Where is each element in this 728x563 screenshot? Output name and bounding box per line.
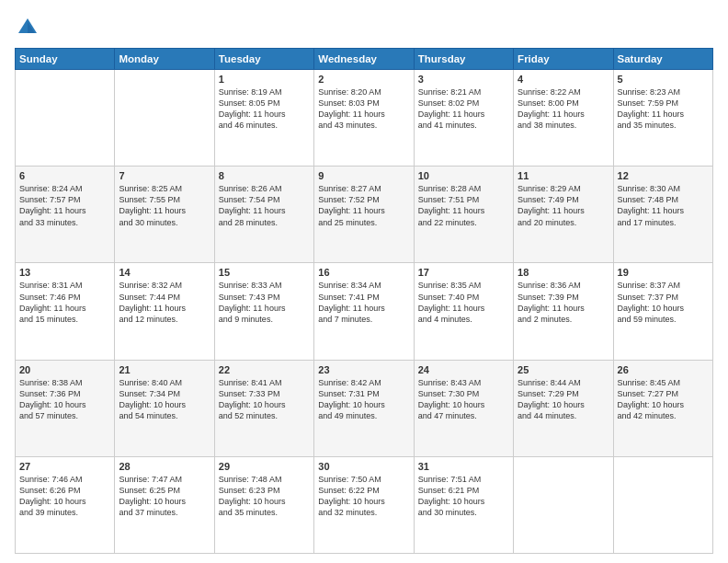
day-content: Sunrise: 8:20 AM Sunset: 8:03 PM Dayligh…	[318, 86, 409, 132]
calendar-week-3: 13Sunrise: 8:31 AM Sunset: 7:46 PM Dayli…	[16, 263, 713, 360]
day-content: Sunrise: 8:36 AM Sunset: 7:39 PM Dayligh…	[518, 280, 609, 325]
calendar-cell: 21Sunrise: 8:40 AM Sunset: 7:34 PM Dayli…	[115, 360, 214, 456]
calendar-cell: 11Sunrise: 8:29 AM Sunset: 7:49 PM Dayli…	[514, 167, 613, 263]
calendar-table: SundayMondayTuesdayWednesdayThursdayFrid…	[15, 48, 713, 554]
calendar-cell: 3Sunrise: 8:21 AM Sunset: 8:02 PM Daylig…	[414, 70, 513, 167]
day-content: Sunrise: 8:23 AM Sunset: 7:59 PM Dayligh…	[618, 86, 709, 132]
day-number: 24	[418, 364, 509, 375]
calendar-week-1: 1Sunrise: 8:19 AM Sunset: 8:05 PM Daylig…	[16, 70, 713, 167]
day-number: 11	[518, 170, 609, 181]
calendar-cell: 9Sunrise: 8:27 AM Sunset: 7:52 PM Daylig…	[314, 167, 414, 263]
calendar-cell: 28Sunrise: 7:47 AM Sunset: 6:25 PM Dayli…	[115, 456, 214, 553]
day-number: 17	[418, 267, 509, 278]
day-number: 31	[418, 461, 509, 472]
day-content: Sunrise: 8:32 AM Sunset: 7:44 PM Dayligh…	[119, 280, 210, 325]
day-content: Sunrise: 8:19 AM Sunset: 8:05 PM Dayligh…	[219, 86, 310, 132]
day-number: 1	[219, 74, 310, 85]
day-content: Sunrise: 8:25 AM Sunset: 7:55 PM Dayligh…	[119, 183, 210, 228]
calendar-cell: 25Sunrise: 8:44 AM Sunset: 7:29 PM Dayli…	[514, 360, 613, 456]
calendar-cell	[613, 456, 712, 553]
calendar-cell: 22Sunrise: 8:41 AM Sunset: 7:33 PM Dayli…	[214, 360, 313, 456]
day-content: Sunrise: 7:50 AM Sunset: 6:22 PM Dayligh…	[318, 474, 409, 519]
calendar-dow-saturday: Saturday	[613, 49, 712, 70]
day-content: Sunrise: 8:37 AM Sunset: 7:37 PM Dayligh…	[618, 280, 709, 325]
calendar-week-5: 27Sunrise: 7:46 AM Sunset: 6:26 PM Dayli…	[16, 456, 713, 553]
day-number: 12	[618, 170, 709, 181]
calendar-cell: 8Sunrise: 8:26 AM Sunset: 7:54 PM Daylig…	[214, 167, 313, 263]
day-number: 30	[318, 461, 409, 472]
day-content: Sunrise: 7:47 AM Sunset: 6:25 PM Dayligh…	[119, 474, 210, 519]
day-content: Sunrise: 8:45 AM Sunset: 7:27 PM Dayligh…	[618, 377, 709, 422]
day-number: 29	[219, 461, 310, 472]
calendar-cell: 1Sunrise: 8:19 AM Sunset: 8:05 PM Daylig…	[214, 70, 313, 167]
day-content: Sunrise: 8:43 AM Sunset: 7:30 PM Dayligh…	[418, 377, 509, 422]
day-number: 15	[219, 267, 310, 278]
calendar-cell: 12Sunrise: 8:30 AM Sunset: 7:48 PM Dayli…	[613, 167, 712, 263]
calendar-week-4: 20Sunrise: 8:38 AM Sunset: 7:36 PM Dayli…	[16, 360, 713, 456]
calendar-cell: 26Sunrise: 8:45 AM Sunset: 7:27 PM Dayli…	[613, 360, 712, 456]
calendar-cell: 30Sunrise: 7:50 AM Sunset: 6:22 PM Dayli…	[314, 456, 414, 553]
day-content: Sunrise: 8:21 AM Sunset: 8:02 PM Dayligh…	[418, 86, 509, 132]
calendar-cell: 16Sunrise: 8:34 AM Sunset: 7:41 PM Dayli…	[314, 263, 414, 360]
calendar-dow-thursday: Thursday	[414, 49, 513, 70]
day-content: Sunrise: 8:38 AM Sunset: 7:36 PM Dayligh…	[19, 377, 110, 422]
day-number: 27	[19, 461, 110, 472]
day-number: 13	[19, 267, 110, 278]
calendar-cell: 17Sunrise: 8:35 AM Sunset: 7:40 PM Dayli…	[414, 263, 513, 360]
calendar-dow-monday: Monday	[115, 49, 214, 70]
day-number: 22	[219, 364, 310, 375]
day-number: 6	[19, 170, 110, 181]
day-number: 25	[518, 364, 609, 375]
day-number: 23	[318, 364, 409, 375]
calendar-cell: 2Sunrise: 8:20 AM Sunset: 8:03 PM Daylig…	[314, 70, 414, 167]
calendar-dow-tuesday: Tuesday	[214, 49, 313, 70]
day-number: 10	[418, 170, 509, 181]
day-content: Sunrise: 7:46 AM Sunset: 6:26 PM Dayligh…	[19, 474, 110, 519]
calendar-cell: 7Sunrise: 8:25 AM Sunset: 7:55 PM Daylig…	[115, 167, 214, 263]
day-number: 21	[119, 364, 210, 375]
calendar-cell: 29Sunrise: 7:48 AM Sunset: 6:23 PM Dayli…	[214, 456, 313, 553]
calendar-cell: 10Sunrise: 8:28 AM Sunset: 7:51 PM Dayli…	[414, 167, 513, 263]
day-content: Sunrise: 7:51 AM Sunset: 6:21 PM Dayligh…	[418, 474, 509, 519]
day-number: 16	[318, 267, 409, 278]
calendar-cell: 27Sunrise: 7:46 AM Sunset: 6:26 PM Dayli…	[16, 456, 115, 553]
day-number: 5	[618, 74, 709, 85]
day-content: Sunrise: 7:48 AM Sunset: 6:23 PM Dayligh…	[219, 474, 310, 519]
day-number: 4	[518, 74, 609, 85]
page: SundayMondayTuesdayWednesdayThursdayFrid…	[0, 0, 728, 563]
calendar-cell: 5Sunrise: 8:23 AM Sunset: 7:59 PM Daylig…	[613, 70, 712, 167]
calendar-week-2: 6Sunrise: 8:24 AM Sunset: 7:57 PM Daylig…	[16, 167, 713, 263]
calendar-cell: 20Sunrise: 8:38 AM Sunset: 7:36 PM Dayli…	[16, 360, 115, 456]
calendar-cell: 4Sunrise: 8:22 AM Sunset: 8:00 PM Daylig…	[514, 70, 613, 167]
day-number: 20	[19, 364, 110, 375]
calendar-cell: 31Sunrise: 7:51 AM Sunset: 6:21 PM Dayli…	[414, 456, 513, 553]
day-content: Sunrise: 8:26 AM Sunset: 7:54 PM Dayligh…	[219, 183, 310, 228]
day-content: Sunrise: 8:33 AM Sunset: 7:43 PM Dayligh…	[219, 280, 310, 325]
calendar-cell: 18Sunrise: 8:36 AM Sunset: 7:39 PM Dayli…	[514, 263, 613, 360]
calendar-header-row: SundayMondayTuesdayWednesdayThursdayFrid…	[16, 49, 713, 70]
calendar-cell: 15Sunrise: 8:33 AM Sunset: 7:43 PM Dayli…	[214, 263, 313, 360]
calendar-dow-wednesday: Wednesday	[314, 49, 414, 70]
day-content: Sunrise: 8:24 AM Sunset: 7:57 PM Dayligh…	[19, 183, 110, 228]
day-content: Sunrise: 8:42 AM Sunset: 7:31 PM Dayligh…	[318, 377, 409, 422]
day-content: Sunrise: 8:34 AM Sunset: 7:41 PM Dayligh…	[318, 280, 409, 325]
day-content: Sunrise: 8:30 AM Sunset: 7:48 PM Dayligh…	[618, 183, 709, 228]
calendar-cell	[16, 70, 115, 167]
logo	[15, 15, 44, 40]
calendar-cell: 19Sunrise: 8:37 AM Sunset: 7:37 PM Dayli…	[613, 263, 712, 360]
calendar-cell: 24Sunrise: 8:43 AM Sunset: 7:30 PM Dayli…	[414, 360, 513, 456]
logo-icon	[15, 15, 40, 40]
day-number: 26	[618, 364, 709, 375]
day-content: Sunrise: 8:40 AM Sunset: 7:34 PM Dayligh…	[119, 377, 210, 422]
day-number: 18	[518, 267, 609, 278]
calendar-cell: 23Sunrise: 8:42 AM Sunset: 7:31 PM Dayli…	[314, 360, 414, 456]
day-content: Sunrise: 8:28 AM Sunset: 7:51 PM Dayligh…	[418, 183, 509, 228]
day-content: Sunrise: 8:44 AM Sunset: 7:29 PM Dayligh…	[518, 377, 609, 422]
header	[15, 15, 713, 40]
calendar-cell: 14Sunrise: 8:32 AM Sunset: 7:44 PM Dayli…	[115, 263, 214, 360]
day-content: Sunrise: 8:29 AM Sunset: 7:49 PM Dayligh…	[518, 183, 609, 228]
day-number: 14	[119, 267, 210, 278]
day-number: 7	[119, 170, 210, 181]
day-content: Sunrise: 8:35 AM Sunset: 7:40 PM Dayligh…	[418, 280, 509, 325]
day-number: 9	[318, 170, 409, 181]
